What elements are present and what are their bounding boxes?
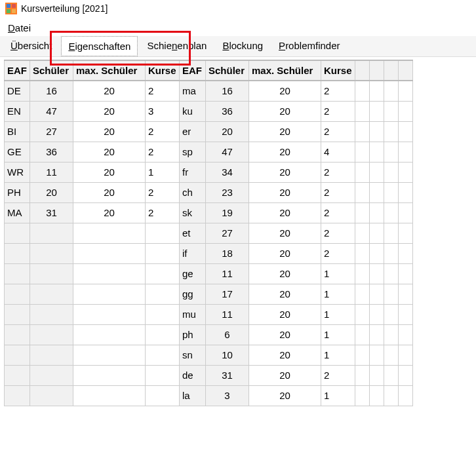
cell-empty[interactable]: [355, 304, 370, 324]
cell-empty[interactable]: [399, 162, 413, 182]
cell-empty[interactable]: [399, 304, 413, 324]
cell-empty[interactable]: [384, 365, 399, 385]
cell-empty[interactable]: [384, 304, 399, 324]
cell-max[interactable]: 20: [249, 345, 321, 365]
cell-eaf[interactable]: [5, 284, 30, 304]
cell-empty[interactable]: [384, 202, 399, 223]
cell-kurse[interactable]: [146, 365, 180, 385]
cell-eaf[interactable]: [5, 365, 30, 385]
cell-kurse[interactable]: 1: [321, 304, 355, 324]
cell-kurse[interactable]: 3: [146, 101, 180, 121]
cell-max[interactable]: [73, 324, 146, 345]
cell-schueler[interactable]: [30, 385, 73, 406]
cell-kurse[interactable]: [146, 284, 180, 304]
cell-empty[interactable]: [370, 345, 384, 365]
cell-max[interactable]: 20: [249, 142, 321, 162]
cell-kurse[interactable]: 1: [321, 345, 355, 365]
cell-kurse[interactable]: 2: [321, 182, 355, 202]
cell-schueler[interactable]: 34: [206, 162, 249, 182]
tab-schienenplan[interactable]: Schienenplan: [140, 36, 213, 56]
cell-kurse[interactable]: [146, 243, 180, 263]
cell-schueler[interactable]: 31: [30, 202, 73, 223]
cell-eaf[interactable]: gg: [180, 284, 206, 304]
cell-eaf[interactable]: [5, 324, 30, 345]
cell-max[interactable]: [73, 243, 146, 263]
cell-eaf[interactable]: EN: [5, 101, 30, 121]
cell-eaf[interactable]: [5, 345, 30, 365]
cell-empty[interactable]: [384, 385, 399, 406]
cell-max[interactable]: 20: [73, 101, 146, 121]
cell-empty[interactable]: [384, 284, 399, 304]
col-header[interactable]: EAF: [5, 60, 30, 81]
cell-schueler[interactable]: 36: [30, 142, 73, 162]
cell-max[interactable]: [73, 284, 146, 304]
cell-max[interactable]: [73, 223, 146, 243]
cell-kurse[interactable]: 1: [321, 385, 355, 406]
cell-eaf[interactable]: sk: [180, 202, 206, 223]
cell-empty[interactable]: [384, 243, 399, 263]
cell-empty[interactable]: [399, 142, 413, 162]
col-header[interactable]: EAF: [180, 60, 206, 81]
cell-max[interactable]: 20: [73, 142, 146, 162]
cell-eaf[interactable]: WR: [5, 162, 30, 182]
cell-eaf[interactable]: ge: [180, 263, 206, 284]
cell-kurse[interactable]: 2: [321, 202, 355, 223]
cell-empty[interactable]: [370, 162, 384, 182]
cell-empty[interactable]: [355, 345, 370, 365]
cell-max[interactable]: 20: [249, 324, 321, 345]
properties-table[interactable]: EAFSchülermax. SchülerKurseEAFSchülermax…: [4, 60, 413, 406]
cell-schueler[interactable]: 16: [30, 81, 73, 101]
cell-max[interactable]: [73, 385, 146, 406]
menu-item-datei[interactable]: Datei: [5, 21, 33, 35]
cell-empty[interactable]: [370, 142, 384, 162]
cell-schueler[interactable]: 27: [30, 121, 73, 142]
cell-eaf[interactable]: er: [180, 121, 206, 142]
cell-empty[interactable]: [399, 365, 413, 385]
cell-kurse[interactable]: 2: [146, 81, 180, 101]
cell-empty[interactable]: [370, 182, 384, 202]
cell-empty[interactable]: [355, 182, 370, 202]
cell-empty[interactable]: [384, 162, 399, 182]
cell-empty[interactable]: [399, 81, 413, 101]
cell-kurse[interactable]: 2: [146, 202, 180, 223]
cell-schueler[interactable]: 16: [206, 81, 249, 101]
cell-max[interactable]: [73, 304, 146, 324]
cell-kurse[interactable]: [146, 324, 180, 345]
cell-max[interactable]: 20: [249, 385, 321, 406]
cell-schueler[interactable]: 11: [206, 304, 249, 324]
cell-empty[interactable]: [355, 385, 370, 406]
cell-max[interactable]: [73, 345, 146, 365]
cell-kurse[interactable]: [146, 223, 180, 243]
cell-kurse[interactable]: 2: [321, 121, 355, 142]
cell-kurse[interactable]: 2: [321, 243, 355, 263]
cell-kurse[interactable]: 2: [146, 142, 180, 162]
col-header[interactable]: Schüler: [206, 60, 249, 81]
cell-empty[interactable]: [399, 121, 413, 142]
col-header-empty[interactable]: [370, 60, 384, 81]
cell-kurse[interactable]: 4: [321, 142, 355, 162]
cell-empty[interactable]: [370, 365, 384, 385]
cell-empty[interactable]: [370, 304, 384, 324]
cell-empty[interactable]: [355, 121, 370, 142]
cell-schueler[interactable]: 47: [30, 101, 73, 121]
cell-schueler[interactable]: [30, 284, 73, 304]
cell-schueler[interactable]: 20: [206, 121, 249, 142]
cell-max[interactable]: 20: [73, 121, 146, 142]
cell-kurse[interactable]: [146, 345, 180, 365]
cell-eaf[interactable]: ma: [180, 81, 206, 101]
cell-empty[interactable]: [355, 142, 370, 162]
cell-eaf[interactable]: GE: [5, 142, 30, 162]
cell-max[interactable]: [73, 365, 146, 385]
cell-kurse[interactable]: 1: [146, 162, 180, 182]
cell-eaf[interactable]: sp: [180, 142, 206, 162]
cell-kurse[interactable]: 1: [321, 263, 355, 284]
col-header-empty[interactable]: [399, 60, 413, 81]
col-header[interactable]: Kurse: [321, 60, 355, 81]
cell-schueler[interactable]: 11: [206, 263, 249, 284]
cell-max[interactable]: 20: [73, 202, 146, 223]
cell-empty[interactable]: [355, 101, 370, 121]
cell-empty[interactable]: [399, 263, 413, 284]
cell-empty[interactable]: [355, 162, 370, 182]
tab-übersicht[interactable]: Übersicht: [4, 36, 58, 56]
cell-empty[interactable]: [384, 142, 399, 162]
